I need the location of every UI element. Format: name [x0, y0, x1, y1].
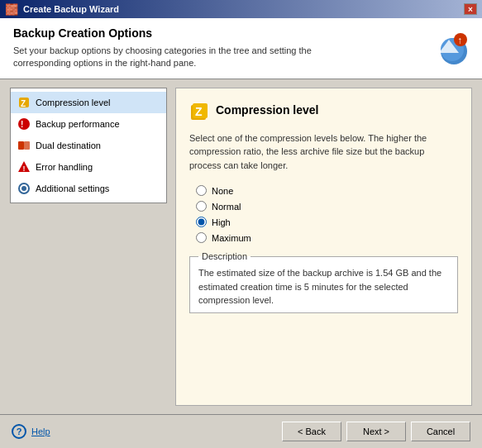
description-text: The estimated size of the backup archive…: [198, 266, 449, 307]
svg-text:Z: Z: [21, 99, 26, 108]
svg-text:Z: Z: [195, 105, 203, 118]
sidebar-item-error[interactable]: ! Error handling: [11, 156, 166, 178]
radio-normal-label: Normal: [212, 202, 241, 212]
svg-rect-9: [18, 141, 24, 150]
header-title: Backup Creation Options: [13, 26, 312, 40]
svg-rect-10: [24, 141, 30, 150]
dialog-body: Backup Creation Options Set your backup …: [0, 18, 482, 448]
pane-title: Compression level: [216, 103, 319, 117]
right-pane: Z Compression level Select one of the co…: [175, 88, 472, 406]
radio-high-input[interactable]: [196, 217, 207, 227]
footer-right: < Back Next > Cancel: [282, 422, 470, 441]
radio-none-label: None: [212, 186, 233, 196]
sidebar-item-dual[interactable]: Dual destination: [11, 135, 166, 156]
pane-description: Select one of the compression levels bel…: [189, 131, 458, 173]
sidebar-item-performance[interactable]: ! Backup performance: [11, 113, 166, 135]
pane-title-icon: Z: [189, 100, 209, 120]
svg-point-13: [21, 186, 26, 191]
help-label[interactable]: Help: [31, 427, 50, 436]
header-section: Backup Creation Options Set your backup …: [0, 18, 482, 79]
footer: ? Help < Back Next > Cancel: [0, 414, 482, 448]
error-icon: !: [17, 160, 31, 174]
pane-title-row: Z Compression level: [189, 100, 458, 120]
settings-icon: [17, 182, 31, 195]
description-legend: Description: [198, 251, 251, 261]
sidebar-item-compression[interactable]: Z Compression level: [11, 92, 166, 113]
dual-icon: [17, 139, 31, 152]
title-bar: 🧱 Create Backup Wizard ×: [0, 0, 482, 18]
compression-icon: Z: [17, 96, 31, 109]
radio-normal-input[interactable]: [196, 201, 207, 212]
sidebar-label-dual: Dual destination: [36, 141, 101, 150]
performance-icon: !: [17, 117, 31, 131]
header-description: Set your backup options by choosing cate…: [13, 45, 312, 70]
footer-left: ? Help: [12, 424, 50, 439]
help-icon[interactable]: ?: [12, 424, 26, 439]
svg-text:!: !: [23, 164, 26, 173]
sidebar-label-compression: Compression level: [36, 98, 110, 107]
main-content: Z Compression level ! Backup performance: [0, 79, 482, 414]
radio-none-input[interactable]: [196, 185, 207, 196]
sidebar-label-additional: Additional settings: [36, 183, 109, 193]
sidebar-label-performance: Backup performance: [36, 119, 120, 129]
back-button[interactable]: < Back: [282, 422, 341, 441]
svg-text:!: !: [21, 120, 23, 129]
close-button[interactable]: ×: [464, 3, 477, 15]
radio-normal[interactable]: Normal: [196, 201, 458, 212]
radio-none[interactable]: None: [196, 185, 458, 196]
cancel-button[interactable]: Cancel: [411, 422, 470, 441]
svg-text:↑: ↑: [457, 35, 462, 46]
radio-maximum[interactable]: Maximum: [196, 232, 458, 243]
radio-maximum-input[interactable]: [196, 232, 207, 243]
header-icon: ↑: [429, 28, 469, 68]
sidebar-label-error: Error handling: [36, 162, 93, 172]
radio-group: None Normal High Maximum: [196, 185, 458, 243]
description-fieldset: Description The estimated size of the ba…: [189, 251, 458, 313]
radio-high[interactable]: High: [196, 217, 458, 227]
radio-high-label: High: [212, 217, 231, 227]
next-button[interactable]: Next >: [346, 422, 406, 441]
sidebar: Z Compression level ! Backup performance: [10, 88, 167, 203]
radio-maximum-label: Maximum: [212, 233, 251, 243]
window-title: Create Backup Wizard: [23, 4, 119, 14]
sidebar-item-additional[interactable]: Additional settings: [11, 178, 166, 199]
